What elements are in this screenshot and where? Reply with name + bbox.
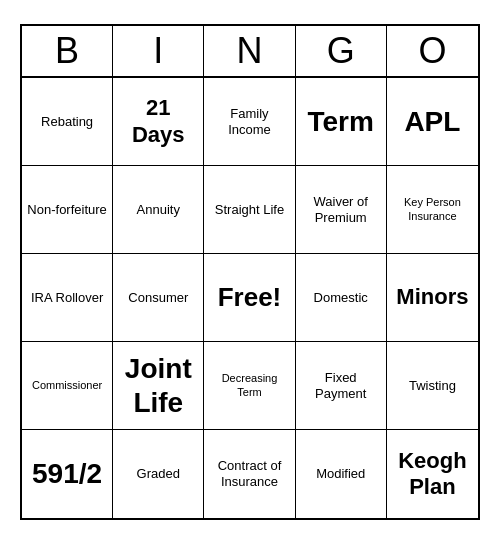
bingo-grid: Rebating21 DaysFamily IncomeTermAPLNon-f… xyxy=(22,78,478,518)
bingo-cell: Term xyxy=(296,78,387,166)
bingo-cell: Consumer xyxy=(113,254,204,342)
header-letter: O xyxy=(387,26,478,76)
bingo-cell: Straight Life xyxy=(204,166,295,254)
bingo-cell: Minors xyxy=(387,254,478,342)
bingo-cell: Non-forfeiture xyxy=(22,166,113,254)
bingo-cell: Fixed Payment xyxy=(296,342,387,430)
bingo-cell: Rebating xyxy=(22,78,113,166)
bingo-cell: 591/2 xyxy=(22,430,113,518)
bingo-cell: Domestic xyxy=(296,254,387,342)
bingo-cell: Annuity xyxy=(113,166,204,254)
bingo-cell: Family Income xyxy=(204,78,295,166)
bingo-card: BINGO Rebating21 DaysFamily IncomeTermAP… xyxy=(20,24,480,520)
bingo-cell: Keogh Plan xyxy=(387,430,478,518)
bingo-cell: IRA Rollover xyxy=(22,254,113,342)
bingo-cell: Contract of Insurance xyxy=(204,430,295,518)
bingo-cell: Graded xyxy=(113,430,204,518)
bingo-cell: Decreasing Term xyxy=(204,342,295,430)
bingo-cell: Key Person Insurance xyxy=(387,166,478,254)
bingo-cell: Modified xyxy=(296,430,387,518)
bingo-cell: APL xyxy=(387,78,478,166)
header-letter: B xyxy=(22,26,113,76)
bingo-cell: Commissioner xyxy=(22,342,113,430)
header-letter: I xyxy=(113,26,204,76)
bingo-header: BINGO xyxy=(22,26,478,78)
bingo-cell: Joint Life xyxy=(113,342,204,430)
bingo-cell: Waiver of Premium xyxy=(296,166,387,254)
header-letter: G xyxy=(296,26,387,76)
bingo-cell: Free! xyxy=(204,254,295,342)
bingo-cell: Twisting xyxy=(387,342,478,430)
bingo-cell: 21 Days xyxy=(113,78,204,166)
header-letter: N xyxy=(204,26,295,76)
